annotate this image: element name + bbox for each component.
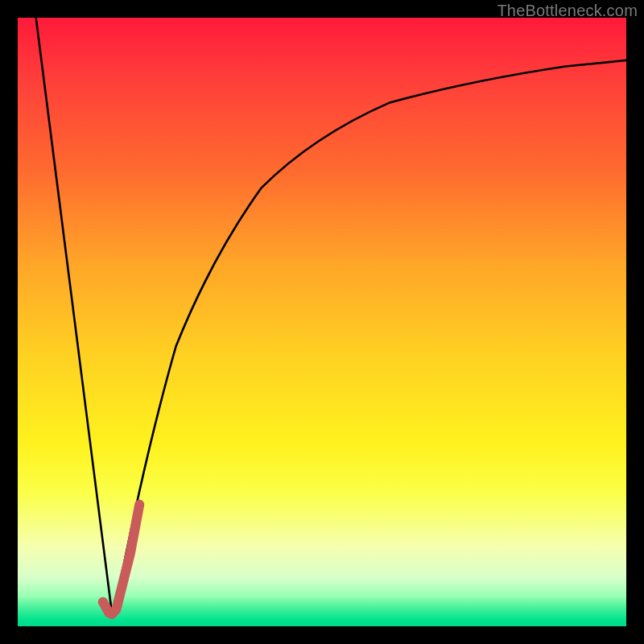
highlight-segment-line bbox=[103, 505, 139, 614]
right-curve-line bbox=[112, 60, 626, 614]
left-slope-line bbox=[36, 18, 112, 614]
curve-layer bbox=[18, 18, 626, 626]
plot-area bbox=[18, 18, 626, 626]
chart-frame: TheBottleneck.com bbox=[0, 0, 644, 644]
